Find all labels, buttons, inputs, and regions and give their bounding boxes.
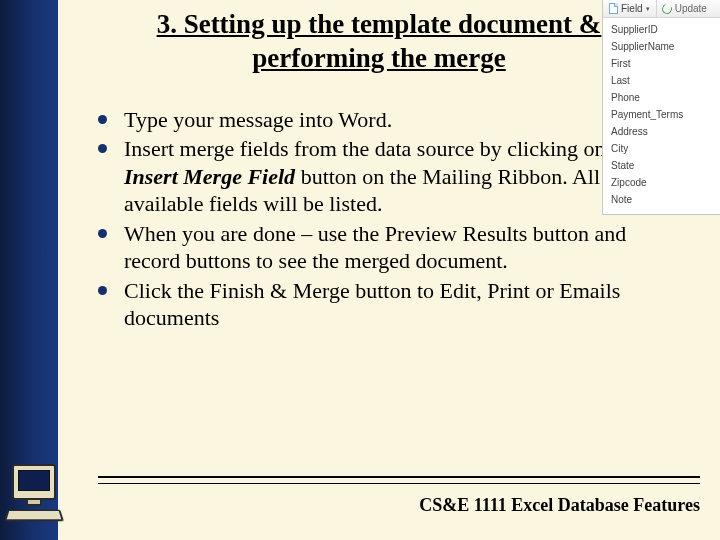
- screen-icon: [18, 470, 50, 491]
- divider-thick: [98, 476, 700, 478]
- bullet-text: Click the Finish & Merge button to Edit,…: [124, 278, 620, 331]
- field-item[interactable]: Last: [603, 72, 720, 89]
- update-button[interactable]: Update: [657, 0, 712, 17]
- divider-thin: [98, 483, 700, 484]
- update-button-label: Update: [675, 3, 707, 14]
- monitor-icon: [12, 464, 56, 500]
- chevron-down-icon: ▾: [646, 5, 650, 13]
- field-item[interactable]: State: [603, 157, 720, 174]
- bullet-text: Type your message into Word.: [124, 107, 392, 132]
- computer-icon: [2, 464, 68, 528]
- field-button[interactable]: Field ▾: [603, 0, 657, 17]
- bullet-text-emph: Insert Merge Field: [124, 164, 295, 189]
- title-line-2: performing the merge: [252, 43, 505, 73]
- field-item[interactable]: Address: [603, 123, 720, 140]
- field-item[interactable]: Phone: [603, 89, 720, 106]
- document-icon: [609, 3, 618, 14]
- bullet-text: When you are done – use the Preview Resu…: [124, 221, 626, 274]
- bullet-text-lead: Insert merge fields from the data source…: [124, 136, 638, 161]
- list-item: Insert merge fields from the data source…: [98, 135, 650, 218]
- field-item[interactable]: Note: [603, 191, 720, 208]
- merge-field-dropdown: Field ▾ Update SupplierID SupplierName F…: [602, 0, 720, 215]
- list-item: Click the Finish & Merge button to Edit,…: [98, 277, 650, 332]
- field-item[interactable]: Payment_Terms: [603, 106, 720, 123]
- footer-text: CS&E 1111 Excel Database Features: [419, 495, 700, 516]
- field-item[interactable]: SupplierName: [603, 38, 720, 55]
- field-item[interactable]: First: [603, 55, 720, 72]
- title-line-1: 3. Setting up the template document &: [157, 9, 602, 39]
- left-sidebar: [0, 0, 58, 540]
- field-button-label: Field: [621, 3, 643, 14]
- field-item[interactable]: Zipcode: [603, 174, 720, 191]
- field-item[interactable]: SupplierID: [603, 21, 720, 38]
- list-item: When you are done – use the Preview Resu…: [98, 220, 650, 275]
- list-item: Type your message into Word.: [98, 106, 650, 134]
- field-list: SupplierID SupplierName First Last Phone…: [603, 18, 720, 214]
- dropdown-header: Field ▾ Update: [603, 0, 720, 18]
- field-item[interactable]: City: [603, 140, 720, 157]
- refresh-icon: [660, 2, 673, 15]
- keyboard-icon: [4, 510, 64, 522]
- monitor-stand-icon: [26, 500, 42, 506]
